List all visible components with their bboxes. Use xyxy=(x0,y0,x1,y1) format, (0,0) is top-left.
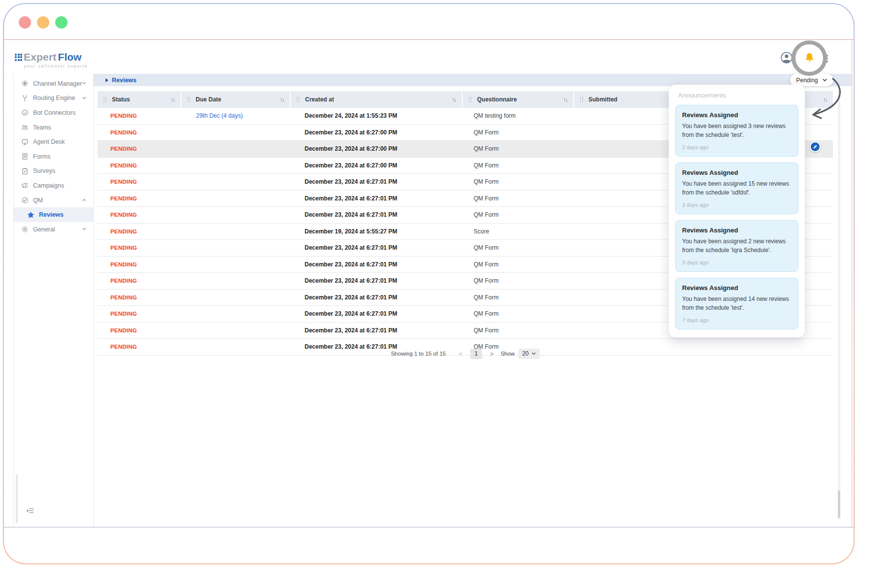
chevron-down-icon xyxy=(822,77,827,83)
cell-created-at: December 23, 2024 at 6:27:00 PM xyxy=(291,162,463,169)
sort-icon[interactable]: ↑↓ xyxy=(823,97,827,102)
drag-handle-icon[interactable] xyxy=(187,97,191,102)
page-size-select[interactable]: 20 xyxy=(518,349,539,359)
traffic-light-close[interactable] xyxy=(19,16,31,29)
edit-review-button[interactable] xyxy=(810,141,821,152)
cell-status: PENDING xyxy=(98,327,181,333)
drag-handle-icon[interactable] xyxy=(469,97,472,102)
column-header-status[interactable]: Status↑↓ xyxy=(98,91,181,108)
routing-engine-icon xyxy=(21,94,29,102)
cell-questionnaire: QM Form xyxy=(463,162,574,169)
sidebar-item-agent-desk[interactable]: Agent Desk xyxy=(14,134,93,149)
drag-handle-icon[interactable] xyxy=(580,97,584,102)
cell-created-at: December 23, 2024 at 6:27:01 PM xyxy=(291,195,463,202)
cell-questionnaire: QM Form xyxy=(463,261,574,268)
announcement-card-3[interactable]: Reviews AssignedYou have been assigned 2… xyxy=(675,220,798,272)
due-date-link[interactable]: 29th Dec (4 days) xyxy=(196,112,243,119)
announcement-timestamp: 3 days ago xyxy=(682,202,792,208)
announcement-title: Reviews Assigned xyxy=(682,284,792,292)
cell-created-at: December 23, 2024 at 6:27:01 PM xyxy=(291,327,463,334)
sidebar-item-qm[interactable]: QM xyxy=(14,193,93,208)
column-label: Submitted xyxy=(588,96,618,103)
cell-status: PENDING xyxy=(98,278,181,284)
announcement-title: Reviews Assigned xyxy=(682,227,792,234)
sidebar-item-label: Surveys xyxy=(33,167,55,174)
titlebar-divider xyxy=(4,39,854,40)
cell-status: PENDING xyxy=(98,113,181,119)
bell-icon[interactable] xyxy=(803,52,816,65)
screenshot-canvas: ExpertFlow your callcenter experts xyxy=(0,0,895,588)
cell-created-at: December 23, 2024 at 6:27:01 PM xyxy=(291,294,463,301)
sidebar-item-label: General xyxy=(33,226,55,233)
traffic-light-minimize[interactable] xyxy=(37,16,49,29)
cell-questionnaire: QM Form xyxy=(463,195,574,202)
announcement-card-1[interactable]: Reviews AssignedYou have been assigned 3… xyxy=(675,105,798,157)
cell-created-at: December 23, 2024 at 6:27:00 PM xyxy=(291,129,463,136)
announcement-timestamp: 2 days ago xyxy=(682,144,792,150)
column-label: Due Date xyxy=(196,96,221,103)
pagination-prev-button[interactable]: < xyxy=(458,350,462,358)
expertflow-logo: ExpertFlow your callcenter experts xyxy=(15,51,88,68)
cell-status: PENDING xyxy=(98,130,181,135)
cell-questionnaire: QM Form xyxy=(463,178,574,185)
sidebar-item-forms[interactable]: Forms xyxy=(14,149,93,164)
sort-icon[interactable]: ↑↓ xyxy=(280,97,284,102)
table-scrollbar-track xyxy=(838,91,840,520)
cell-questionnaire: Score xyxy=(463,228,574,235)
pagination-page-1-button[interactable]: 1 xyxy=(470,349,482,359)
cell-created-at: December 23, 2024 at 6:27:01 PM xyxy=(291,244,463,251)
sort-icon[interactable]: ↑↓ xyxy=(563,97,567,102)
cell-created-at: December 23, 2024 at 6:27:01 PM xyxy=(291,277,463,284)
cell-status: PENDING xyxy=(98,163,181,168)
campaigns-icon xyxy=(21,182,29,190)
sidebar-item-routing-engine[interactable]: Routing Engine xyxy=(14,91,93,106)
sidebar-item-label: Routing Engine xyxy=(33,95,75,101)
window-content: ExpertFlow your callcenter experts xyxy=(4,4,854,563)
column-header-created-at[interactable]: Created at↑↓ xyxy=(291,91,463,108)
announcements-title: Announcements xyxy=(678,92,798,99)
column-header-due-date[interactable]: Due Date↑↓ xyxy=(181,91,291,108)
cell-created-at: December 23, 2024 at 6:27:01 PM xyxy=(291,178,463,185)
pencil-icon xyxy=(813,144,818,149)
forms-icon xyxy=(21,153,29,161)
sidebar-item-teams[interactable]: Teams xyxy=(14,120,93,135)
announcement-card-4[interactable]: Reviews AssignedYou have been assigned 1… xyxy=(675,278,798,329)
sidebar-item-channel-manager[interactable]: Channel Manager xyxy=(14,76,93,91)
user-avatar-icon[interactable] xyxy=(781,52,792,64)
sidebar-item-general[interactable]: General xyxy=(14,222,93,237)
breadcrumb-label: Reviews xyxy=(112,77,137,84)
sidebar-item-label: Forms xyxy=(33,153,50,160)
agent-desk-icon xyxy=(21,138,29,146)
app-left-border xyxy=(13,74,14,527)
sidebar-scrollbar-thumb[interactable] xyxy=(16,474,18,523)
announcement-card-2[interactable]: Reviews AssignedYou have been assigned 1… xyxy=(675,163,798,214)
sidebar-item-label: Agent Desk xyxy=(33,138,65,145)
gear-icon xyxy=(21,226,29,233)
sidebar-item-surveys[interactable]: Surveys xyxy=(14,164,93,179)
cell-status: PENDING xyxy=(98,294,181,300)
logo-grid-icon xyxy=(15,54,22,61)
cell-questionnaire: QM Form xyxy=(463,310,574,317)
pagination-summary: Showing 1 to 15 of 15 xyxy=(391,351,446,357)
qm-icon xyxy=(21,196,29,204)
cell-status: PENDING xyxy=(98,179,181,185)
traffic-light-maximize[interactable] xyxy=(55,16,68,29)
column-header-questionnaire[interactable]: Questionnaire↑↓ xyxy=(463,91,574,108)
sidebar-item-label: Teams xyxy=(33,124,51,131)
sidebar-item-reviews[interactable]: Reviews xyxy=(14,207,93,222)
sort-icon[interactable]: ↑↓ xyxy=(452,97,456,102)
cell-status: PENDING xyxy=(98,229,181,234)
pagination: Showing 1 to 15 of 15 < 1 > Show 20 xyxy=(98,348,833,359)
chevron-down-icon xyxy=(531,351,536,356)
sidebar-item-campaigns[interactable]: Campaigns xyxy=(14,178,93,193)
sidebar-item-bot-connectors[interactable]: Bot Connectors xyxy=(14,105,93,120)
sort-icon[interactable]: ↑↓ xyxy=(171,97,174,102)
logo-text-primary: Expert xyxy=(24,51,57,63)
pagination-next-button[interactable]: > xyxy=(490,350,494,358)
drag-handle-icon[interactable] xyxy=(103,97,107,102)
table-scrollbar-thumb[interactable] xyxy=(838,490,840,518)
sidebar-collapse-button[interactable] xyxy=(26,506,34,515)
drag-handle-icon[interactable] xyxy=(297,97,300,102)
sidebar-item-label: QM xyxy=(33,197,43,204)
cell-questionnaire: QM Form xyxy=(463,244,574,251)
